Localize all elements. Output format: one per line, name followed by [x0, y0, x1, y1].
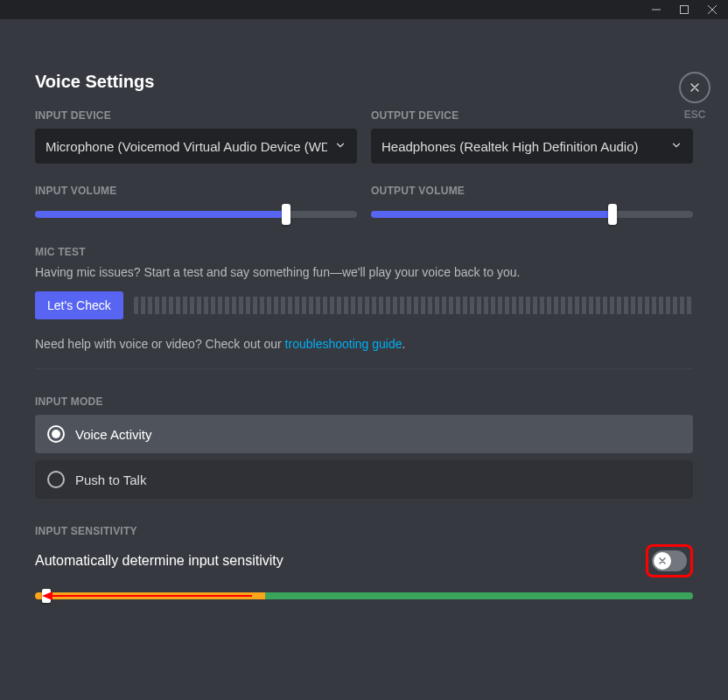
auto-sensitivity-label: Automatically determine input sensitivit… — [35, 553, 284, 569]
close-settings-button[interactable] — [679, 72, 710, 103]
radio-icon — [47, 425, 65, 443]
troubleshooting-link[interactable]: troubleshooting guide — [285, 337, 402, 351]
close-icon — [657, 556, 668, 566]
input-sensitivity-label: Input Sensitivity — [35, 525, 693, 537]
output-volume-slider[interactable] — [371, 204, 693, 225]
input-volume-slider[interactable] — [35, 204, 357, 225]
input-mode-option[interactable]: Push to Talk — [35, 460, 693, 499]
auto-sensitivity-toggle[interactable] — [652, 550, 687, 571]
window-close-button[interactable] — [700, 0, 724, 19]
mic-test-button[interactable]: Let's Check — [35, 291, 123, 319]
input-device-label: Input Device — [35, 109, 357, 122]
output-volume-label: Output Volume — [371, 185, 693, 197]
slider-thumb[interactable] — [42, 589, 51, 603]
mic-test-label: Mic Test — [35, 246, 693, 258]
mic-test-meter — [134, 297, 693, 314]
close-icon — [688, 80, 702, 94]
divider — [35, 368, 693, 369]
input-mode-option-label: Voice Activity — [75, 427, 152, 442]
output-device-value: Headphones (Realtek High Definition Audi… — [382, 139, 639, 154]
window-titlebar — [0, 0, 728, 19]
slider-thumb[interactable] — [282, 204, 290, 225]
input-mode-option[interactable]: Voice Activity — [35, 415, 693, 453]
chevron-down-icon — [670, 139, 682, 154]
input-volume-label: Input Volume — [35, 185, 357, 197]
help-text: Need help with voice or video? Check out… — [35, 337, 693, 351]
slider-thumb[interactable] — [608, 204, 617, 225]
mic-test-description: Having mic issues? Start a test and say … — [35, 265, 693, 279]
input-mode-label: Input Mode — [35, 396, 693, 408]
window-maximize-button[interactable] — [672, 0, 696, 19]
toggle-knob — [654, 552, 671, 570]
radio-icon — [47, 471, 65, 488]
input-mode-option-label: Push to Talk — [75, 472, 146, 487]
input-sensitivity-slider[interactable] — [35, 590, 693, 602]
svg-rect-1 — [681, 6, 689, 14]
output-device-select[interactable]: Headphones (Realtek High Definition Audi… — [371, 129, 693, 164]
window-minimize-button[interactable] — [644, 0, 668, 19]
output-device-label: Output Device — [371, 109, 693, 122]
page-title: Voice Settings — [35, 72, 693, 92]
input-device-select[interactable]: Microphone (Voicemod Virtual Audio Devic… — [35, 129, 357, 164]
annotation-highlight-box — [646, 544, 693, 578]
input-device-value: Microphone (Voicemod Virtual Audio Devic… — [46, 139, 327, 154]
esc-label: ESC — [684, 108, 706, 121]
settings-page: ESC Voice Settings Input Device Micropho… — [0, 19, 728, 700]
chevron-down-icon — [334, 139, 346, 154]
